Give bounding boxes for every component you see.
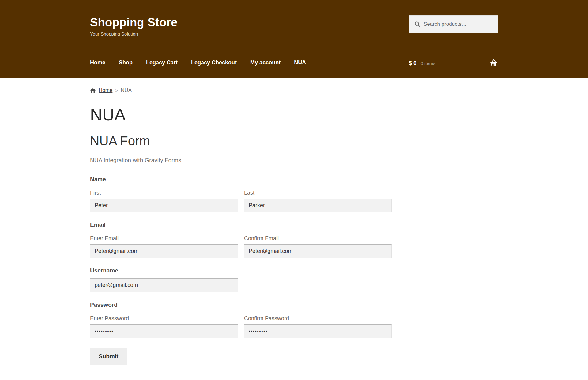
cart-items-count: 0 items xyxy=(420,61,435,66)
last-name-label: Last xyxy=(244,190,392,196)
username-input[interactable] xyxy=(90,278,238,292)
nav-item-legacy-checkout[interactable]: Legacy Checkout xyxy=(191,59,237,66)
form-heading: NUA Form xyxy=(90,133,498,149)
breadcrumb-current: NUA xyxy=(121,87,132,93)
confirm-password-field-wrap: Confirm Password xyxy=(244,315,392,338)
submit-button[interactable]: Submit xyxy=(90,348,127,365)
password-section-label: Password xyxy=(90,302,392,308)
breadcrumb-separator: > xyxy=(115,88,118,93)
nav-item-my-account[interactable]: My account xyxy=(250,59,281,66)
page-content: Home > NUA NUA NUA Form NUA Integration … xyxy=(90,87,498,365)
confirm-email-label: Confirm Email xyxy=(244,235,392,242)
site-branding: Shopping Store Your Shopping Solution xyxy=(90,16,178,36)
page-title: NUA xyxy=(90,104,498,125)
username-field-wrap xyxy=(90,274,238,292)
first-name-input[interactable] xyxy=(90,199,238,212)
cart-total: $ 0 xyxy=(409,60,417,66)
last-name-field-wrap: Last xyxy=(244,190,392,212)
form-description: NUA Integration with Gravity Forms xyxy=(90,157,498,164)
search-box[interactable] xyxy=(409,15,498,33)
confirm-email-input[interactable] xyxy=(244,244,392,258)
enter-password-input[interactable] xyxy=(90,324,238,338)
email-section-label: Email xyxy=(90,222,392,228)
nav-item-nua[interactable]: NUA xyxy=(294,59,306,66)
nua-form: Name First Last Email Enter Email Co xyxy=(90,176,392,365)
nav-item-legacy-cart[interactable]: Legacy Cart xyxy=(146,59,178,66)
basket-icon[interactable] xyxy=(489,59,498,68)
email-fields: Enter Email Confirm Email xyxy=(90,235,392,258)
site-title[interactable]: Shopping Store xyxy=(90,16,178,29)
search-input[interactable] xyxy=(424,21,498,27)
name-section-label: Name xyxy=(90,176,392,183)
enter-email-label: Enter Email xyxy=(90,235,238,242)
cart-summary[interactable]: $ 0 0 items xyxy=(409,60,435,66)
enter-email-input[interactable] xyxy=(90,244,238,258)
main-nav: Home Shop Legacy Cart Legacy Checkout My… xyxy=(90,59,498,66)
enter-password-field-wrap: Enter Password xyxy=(90,315,238,338)
password-fields: Enter Password Confirm Password xyxy=(90,315,392,338)
site-header: Shopping Store Your Shopping Solution Ho… xyxy=(0,0,588,78)
enter-password-label: Enter Password xyxy=(90,315,238,322)
username-section-label: Username xyxy=(90,267,392,274)
breadcrumb-home-link[interactable]: Home xyxy=(99,87,112,93)
confirm-email-field-wrap: Confirm Email xyxy=(244,235,392,258)
confirm-password-input[interactable] xyxy=(244,324,392,338)
nua-form-section: NUA Form NUA Integration with Gravity Fo… xyxy=(90,133,498,365)
last-name-input[interactable] xyxy=(244,199,392,212)
enter-email-field-wrap: Enter Email xyxy=(90,235,238,258)
confirm-password-label: Confirm Password xyxy=(244,315,392,322)
name-fields: First Last xyxy=(90,190,392,212)
breadcrumb: Home > NUA xyxy=(90,87,498,93)
nav-list: Home Shop Legacy Cart Legacy Checkout My… xyxy=(90,59,498,66)
search-icon xyxy=(414,21,420,27)
header-container: Shopping Store Your Shopping Solution Ho… xyxy=(90,0,498,78)
nav-item-shop[interactable]: Shop xyxy=(119,59,133,66)
first-name-label: First xyxy=(90,190,238,196)
home-icon xyxy=(90,88,96,93)
nav-item-home[interactable]: Home xyxy=(90,59,105,66)
site-tagline: Your Shopping Solution xyxy=(90,31,178,36)
first-name-field-wrap: First xyxy=(90,190,238,212)
